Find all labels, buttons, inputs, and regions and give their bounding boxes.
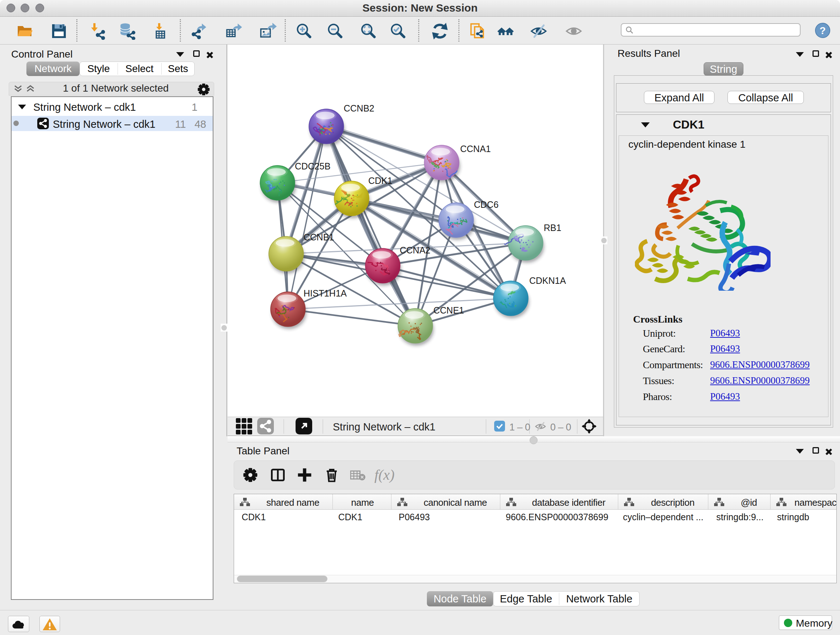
svg-text:CDC25B: CDC25B — [295, 161, 331, 171]
svg-text:CDC6: CDC6 — [474, 200, 499, 210]
svg-text:CCNA2: CCNA2 — [400, 245, 431, 255]
svg-text:CDKN1A: CDKN1A — [529, 276, 566, 286]
svg-text:HIST1H1A: HIST1H1A — [303, 288, 347, 298]
svg-text:CCNA1: CCNA1 — [460, 144, 491, 154]
svg-text:CCNB2: CCNB2 — [344, 103, 374, 113]
svg-text:CCNE1: CCNE1 — [433, 305, 464, 315]
svg-text:CDK1: CDK1 — [368, 176, 393, 186]
svg-text:CCNB1: CCNB1 — [303, 232, 334, 242]
svg-text:RB1: RB1 — [544, 223, 561, 233]
